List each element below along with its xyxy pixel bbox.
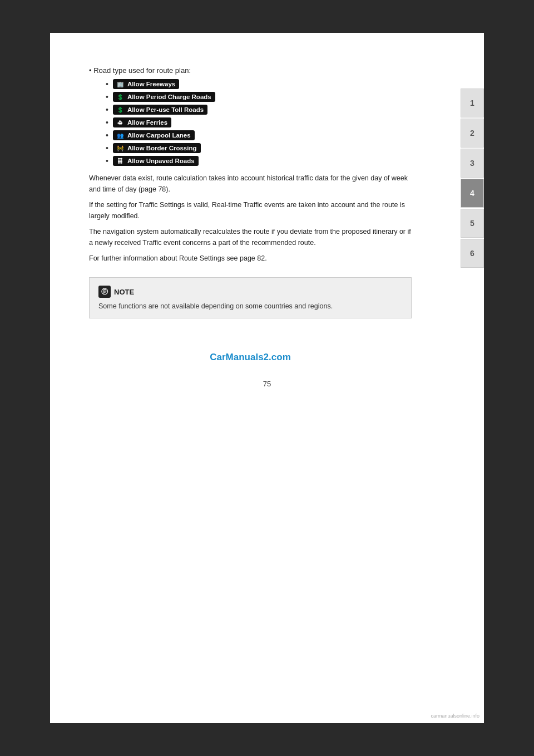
bottom-right-logo: carmanualsonline.info (431, 713, 479, 719)
body-paragraph-3: The navigation system automatically reca… (89, 226, 412, 248)
list-item: 👥 Allow Carpool Lanes (106, 130, 412, 140)
page-wrapper: 1 2 3 4 5 6 • Road type used for route p… (0, 0, 534, 756)
page-container: 1 2 3 4 5 6 • Road type used for route p… (50, 33, 484, 723)
allow-border-label: 🚧 Allow Border Crossing (113, 143, 201, 153)
nav-item-5[interactable]: 5 (461, 209, 484, 238)
allow-carpool-label: 👥 Allow Carpool Lanes (113, 130, 195, 140)
unpaved-icon: 🛤 (115, 157, 125, 165)
note-header: ⓟ NOTE (98, 286, 402, 298)
body-paragraph-2: If the setting for Traffic Settings is v… (89, 199, 412, 222)
list-item: 🛤 Allow Unpaved Roads (106, 156, 412, 166)
watermark: CarManuals2.com (89, 352, 412, 363)
main-bullet: • Road type used for route plan: (89, 66, 412, 75)
content-area: • Road type used for route plan: 🏢 Allow… (89, 66, 412, 363)
nav-item-6[interactable]: 6 (461, 239, 484, 268)
toll-roads-icon: 💲 (115, 106, 125, 114)
list-item: 🚧 Allow Border Crossing (106, 143, 412, 153)
side-navigation: 1 2 3 4 5 6 (461, 89, 484, 268)
allow-freeways-label: 🏢 Allow Freeways (113, 79, 179, 89)
allow-ferries-label: ⛴ Allow Ferries (113, 117, 171, 127)
ferries-icon: ⛴ (115, 119, 125, 126)
route-options-list: 🏢 Allow Freeways 💲 Allow Period Charge R… (106, 79, 412, 166)
allow-period-charge-label: 💲 Allow Period Charge Roads (113, 92, 215, 102)
freeways-icon: 🏢 (115, 80, 125, 88)
note-box: ⓟ NOTE Some functions are not available … (89, 277, 412, 318)
list-item: 💲 Allow Period Charge Roads (106, 92, 412, 102)
note-title: NOTE (114, 288, 134, 296)
nav-item-3[interactable]: 3 (461, 149, 484, 178)
body-paragraph-1: Whenever data exist, route calculation t… (89, 173, 412, 195)
body-text-section: Whenever data exist, route calculation t… (89, 173, 412, 264)
note-text: Some functions are not available dependi… (98, 302, 402, 310)
body-paragraph-4: For further information about Route Sett… (89, 253, 412, 264)
list-item: ⛴ Allow Ferries (106, 117, 412, 127)
note-icon: ⓟ (98, 286, 111, 298)
nav-item-2[interactable]: 2 (461, 119, 484, 148)
allow-toll-roads-label: 💲 Allow Per-use Toll Roads (113, 105, 207, 115)
nav-item-4[interactable]: 4 (461, 179, 484, 208)
border-icon: 🚧 (115, 144, 125, 152)
allow-unpaved-label: 🛤 Allow Unpaved Roads (113, 156, 199, 166)
carpool-icon: 👥 (115, 131, 125, 139)
page-number: 75 (78, 380, 456, 388)
period-charge-icon: 💲 (115, 93, 125, 101)
nav-item-1[interactable]: 1 (461, 89, 484, 117)
list-item: 💲 Allow Per-use Toll Roads (106, 105, 412, 115)
list-item: 🏢 Allow Freeways (106, 79, 412, 89)
